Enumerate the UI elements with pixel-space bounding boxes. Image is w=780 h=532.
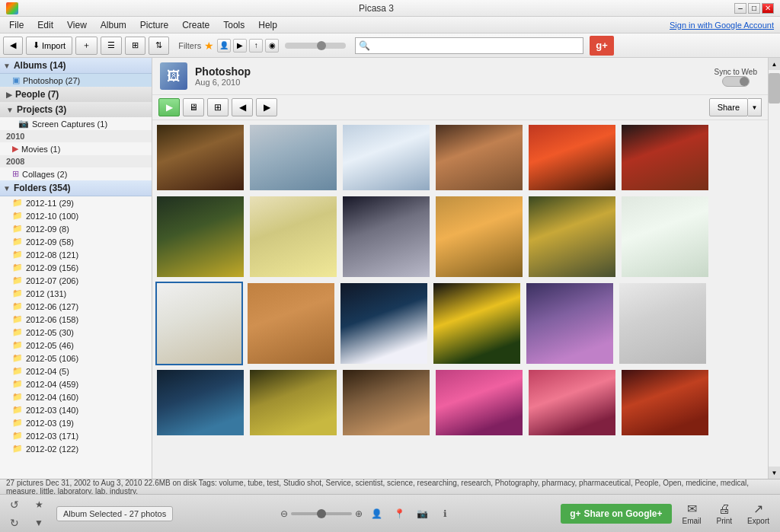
share-button[interactable]: Share — [709, 98, 748, 116]
zoom-slider-thumb[interactable] — [317, 509, 326, 518]
photo-thumb[interactable] — [155, 123, 245, 192]
photo-thumb[interactable] — [341, 123, 431, 192]
sidebar-item-folder[interactable]: 📁2012-03 (171) — [0, 429, 152, 442]
menu-album[interactable]: Album — [94, 18, 133, 32]
maximize-button[interactable]: □ — [748, 3, 760, 14]
sign-in-link[interactable]: Sign in with Google Account — [670, 21, 777, 30]
photo-thumb[interactable] — [434, 195, 524, 279]
filter-video-button[interactable]: ▶ — [233, 39, 247, 53]
zoom-in-icon[interactable]: ⊕ — [355, 508, 363, 519]
close-button[interactable]: ✕ — [762, 3, 774, 14]
export-action[interactable]: ↗ Export — [743, 499, 774, 527]
sidebar-item-movies[interactable]: ▶ Movies (1) — [0, 142, 152, 155]
sidebar-item-folder[interactable]: 📁2012-11 (29) — [0, 196, 152, 209]
filter-slider[interactable] — [285, 43, 346, 49]
sidebar-item-folder[interactable]: 📁2012-05 (30) — [0, 326, 152, 339]
sidebar-item-folder[interactable]: 📁2012-10 (100) — [0, 209, 152, 222]
folders-section-header[interactable]: ▼ Folders (354) — [0, 180, 152, 196]
photo-thumb[interactable] — [434, 123, 524, 192]
photo-thumb[interactable] — [246, 282, 336, 365]
rotate-ccw-button[interactable]: ↺ — [6, 496, 23, 513]
people-section-header[interactable]: ▶ People (7) — [0, 87, 152, 102]
photo-thumb[interactable] — [155, 368, 245, 437]
sidebar-item-folder[interactable]: 📁2012-04 (459) — [0, 377, 152, 390]
sort-button[interactable]: ⇅ — [149, 37, 169, 55]
zoom-out-icon[interactable]: ⊖ — [280, 508, 288, 519]
sidebar-item-folder[interactable]: 📁2012-03 (140) — [0, 403, 152, 416]
sidebar-item-folder[interactable]: 📁2012-08 (121) — [0, 248, 152, 261]
print-action[interactable]: 🖨 Print — [712, 500, 737, 527]
sidebar-item-folder[interactable]: 📁2012-04 (5) — [0, 365, 152, 377]
sidebar-item-collages[interactable]: ⊞ Collages (2) — [0, 167, 152, 180]
minimize-button[interactable]: – — [734, 3, 746, 14]
projects-section-header[interactable]: ▼ Projects (3) — [0, 102, 152, 117]
sidebar-item-screen-captures[interactable]: 📷 Screen Captures (1) — [0, 117, 152, 130]
menu-edit[interactable]: Edit — [31, 18, 59, 32]
sidebar-item-photoshop[interactable]: ▣ Photoshop (27) — [0, 74, 152, 87]
email-action[interactable]: ✉ Email — [678, 499, 706, 527]
menu-help[interactable]: Help — [252, 18, 283, 32]
scrollbar-thumb[interactable] — [769, 73, 780, 104]
sync-toggle[interactable] — [722, 76, 750, 87]
menu-file[interactable]: File — [3, 18, 30, 32]
camera-icon-button[interactable]: 📷 — [414, 505, 431, 522]
sidebar-item-folder[interactable]: 📁2012 (131) — [0, 287, 152, 300]
photo-thumb[interactable] — [618, 282, 708, 365]
menu-view[interactable]: View — [61, 18, 93, 32]
filter-person-button[interactable]: 👤 — [217, 39, 231, 53]
sidebar-item-folder[interactable]: 📁2012-09 (156) — [0, 261, 152, 274]
photo-thumb[interactable] — [620, 123, 710, 192]
person-icon-button[interactable]: 👤 — [369, 505, 385, 522]
sidebar-item-folder[interactable]: 📁2012-06 (127) — [0, 300, 152, 313]
photo-thumb[interactable] — [620, 195, 710, 279]
menu-picture[interactable]: Picture — [134, 18, 174, 32]
scrollbar-up[interactable]: ▲ — [769, 58, 780, 70]
next-button[interactable]: ▶ — [256, 98, 277, 116]
photo-thumb[interactable] — [339, 282, 429, 365]
sidebar-item-folder[interactable]: 📁2012-03 (19) — [0, 416, 152, 429]
photo-thumb[interactable] — [248, 195, 338, 279]
stitch-button[interactable]: ⊞ — [207, 98, 229, 116]
google-search-button[interactable]: g+ — [590, 36, 614, 56]
right-scrollbar[interactable]: ▲ ▼ — [768, 58, 780, 479]
list-view-button[interactable]: ☰ — [101, 37, 122, 55]
sidebar-item-folder[interactable]: 📁2012-05 (46) — [0, 339, 152, 352]
photo-thumb[interactable] — [527, 123, 617, 192]
sidebar-item-folder[interactable]: 📁2012-06 (158) — [0, 313, 152, 326]
share-google-button[interactable]: g+ Share on Google+ — [561, 504, 671, 524]
zoom-slider[interactable] — [291, 512, 352, 515]
menu-create[interactable]: Create — [176, 18, 216, 32]
filter-upload-button[interactable]: ↑ — [249, 39, 263, 53]
photo-thumb[interactable] — [341, 195, 431, 279]
filter-geo-button[interactable]: ◉ — [265, 39, 279, 53]
star-filter[interactable]: ★ — [204, 40, 214, 52]
dropdown-button[interactable]: ▼ — [30, 514, 47, 531]
display-button[interactable]: 🖥 — [183, 98, 204, 116]
info-icon-button[interactable]: ℹ — [437, 505, 454, 522]
add-button[interactable]: ＋ — [75, 37, 98, 55]
photo-thumb[interactable] — [620, 368, 710, 437]
location-icon-button[interactable]: 📍 — [392, 505, 408, 522]
sidebar-item-folder[interactable]: 📁2012-09 (58) — [0, 235, 152, 248]
slideshow-button[interactable]: ▶ — [158, 98, 180, 116]
photo-thumb[interactable] — [248, 123, 338, 192]
star-button[interactable]: ★ — [30, 496, 47, 513]
back-button[interactable]: ◀ — [3, 37, 23, 55]
sidebar-item-folder[interactable]: 📁2012-02 (122) — [0, 442, 152, 455]
photo-thumb[interactable] — [248, 368, 338, 437]
sidebar-item-folder[interactable]: 📁2012-05 (106) — [0, 352, 152, 365]
photo-thumb[interactable] — [155, 195, 245, 279]
filter-slider-thumb[interactable] — [317, 41, 326, 50]
share-dropdown[interactable]: ▼ — [748, 98, 762, 116]
photo-thumb[interactable] — [341, 368, 431, 437]
photo-thumb[interactable] — [155, 282, 243, 365]
scrollbar-down[interactable]: ▼ — [769, 467, 780, 479]
sidebar-item-folder[interactable]: 📁2012-09 (8) — [0, 222, 152, 235]
photo-thumb[interactable] — [527, 195, 617, 279]
prev-button[interactable]: ◀ — [232, 98, 253, 116]
search-input[interactable] — [370, 41, 580, 50]
import-button[interactable]: ⬇ Import — [26, 37, 72, 55]
albums-section-header[interactable]: ▼ Albums (14) — [0, 58, 152, 74]
sidebar-item-folder[interactable]: 📁2012-04 (160) — [0, 390, 152, 403]
photo-thumb[interactable] — [432, 282, 522, 365]
